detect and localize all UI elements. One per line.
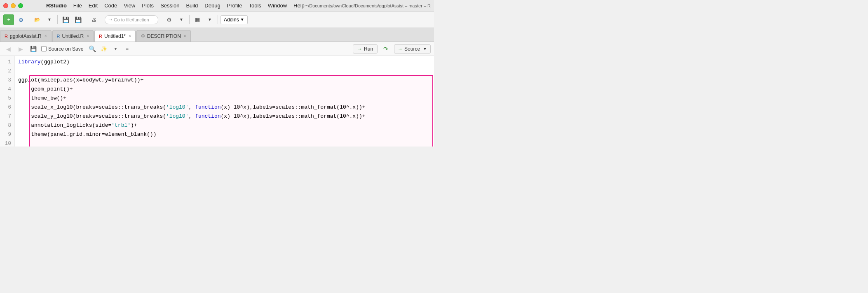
tab-close-ggplotassist[interactable]: × [45,34,47,38]
print-icon[interactable]: 🖨 [89,14,99,25]
separator-3 [86,15,86,24]
separator-6 [189,15,190,24]
source-arrow-icon: → [398,46,403,52]
source-on-save-label: Source on Save [48,46,83,52]
dropdown-icon[interactable]: ▼ [176,14,187,25]
open-file-icon[interactable]: 📂 [32,14,42,25]
tab-icon-untitled: R [57,34,60,39]
line-num-8: 8 [2,121,11,130]
code-line-9: theme(panel.grid.minor=element_blank()) [18,130,431,139]
editor-toolbar-right: → Run ↷ → Source ▼ [353,44,431,54]
addins-label: Addins [224,17,239,23]
tab-close-untitled[interactable]: × [87,34,89,38]
save-all-icon[interactable]: 💾 [73,14,83,25]
menu-bar: RStudio File Edit Code View Plots Sessio… [40,2,305,9]
menu-plots[interactable]: Plots [142,2,154,9]
line-num-7: 7 [2,112,11,121]
menu-session[interactable]: Session [160,2,179,9]
line-num-2: 2 [2,67,11,76]
tab-untitled[interactable]: R Untitled.R × [52,30,94,42]
menu-file[interactable]: File [73,2,82,9]
code-sections-icon[interactable]: ≡ [122,44,132,54]
code-editor[interactable]: 1 2 3 4 5 6 7 8 9 10 library(ggplot2) gg… [0,56,434,146]
source-on-save-control[interactable]: Source on Save [41,46,83,52]
minimize-button[interactable] [11,3,16,8]
source-dropdown-icon[interactable]: ▼ [423,47,427,51]
tab-label-untitled: Untitled.R [62,33,84,39]
menu-edit[interactable]: Edit [89,2,98,9]
separator-5 [161,15,161,24]
title-bar: RStudio File Edit Code View Plots Sessio… [0,0,434,12]
open-recent-icon[interactable]: ▼ [44,14,55,25]
separator-4 [102,15,102,24]
code-line-2 [18,67,431,76]
separator-2 [57,15,58,24]
menu-view[interactable]: View [124,2,135,9]
menu-window[interactable]: Window [268,2,287,9]
tab-close-untitled1[interactable]: × [129,34,131,38]
code-line-10 [18,139,431,146]
options-icon[interactable]: ⚙ [164,14,174,25]
code-line-7: scale_y_log10(breaks=scales::trans_break… [18,112,431,121]
menu-debug[interactable]: Debug [204,2,220,9]
tab-untitled1[interactable]: R Untitled1* × [94,30,136,42]
magic-wand-icon[interactable]: ✨ [99,44,109,54]
re-run-icon[interactable]: ↷ [381,44,391,54]
app-name[interactable]: RStudio [46,2,67,9]
code-line-4: geom_point()+ [18,85,431,94]
search-editor-icon[interactable]: 🔍 [87,44,97,54]
source-label: Source [404,46,420,52]
tab-label-untitled1: Untitled1* [104,33,126,39]
separator-7 [218,15,218,24]
tab-ggplotassist[interactable]: R ggplotAssist.R × [0,30,52,42]
new-file-button[interactable]: + [3,14,14,25]
search-placeholder: Go to file/function [114,17,149,22]
source-on-save-checkbox[interactable] [41,46,47,51]
editor-tabs: R ggplotAssist.R × R Untitled.R × R Unti… [0,28,434,42]
go-to-file-search[interactable]: ⇒ Go to file/function [105,15,158,24]
forward-button[interactable]: ▶ [16,44,26,54]
line-numbers: 1 2 3 4 5 6 7 8 9 10 [0,56,15,146]
window-path: ~/Documents/ownCloud/Documents/ggplotAss… [305,3,431,8]
menu-tools[interactable]: Tools [249,2,261,9]
code-line-8: annotation_logticks(side='trbl')+ [18,121,431,130]
tab-icon-ggplotassist: R [5,34,8,39]
tab-description[interactable]: ⚙ DESCRIPTION × [136,30,191,42]
line-num-1: 1 [2,58,11,67]
menu-help[interactable]: Help [293,2,305,9]
line-num-5: 5 [2,94,11,103]
tab-close-description[interactable]: × [184,34,186,38]
line-num-6: 6 [2,103,11,112]
save-icon[interactable]: 💾 [60,14,71,25]
code-line-5: theme_bw()+ [18,94,431,103]
tab-icon-untitled1: R [99,34,102,39]
magic-wand-dropdown[interactable]: ▼ [110,44,120,54]
back-button[interactable]: ◀ [3,44,13,54]
menu-code[interactable]: Code [104,2,117,9]
grid-dropdown[interactable]: ▼ [204,14,215,25]
traffic-lights [3,3,23,8]
new-project-icon[interactable]: ⊕ [16,14,26,25]
addins-dropdown-icon: ▼ [240,17,244,22]
run-arrow-icon: → [357,46,362,52]
code-editor-container: 1 2 3 4 5 6 7 8 9 10 library(ggplot2) gg… [0,56,434,146]
maximize-button[interactable] [18,3,23,8]
tab-label-ggplotassist: ggplotAssist.R [10,33,42,39]
code-content[interactable]: library(ggplot2) ggplot(msleep,aes(x=bod… [15,56,434,146]
source-button[interactable]: → Source ▼ [394,44,431,53]
line-num-3: 3 [2,76,11,85]
line-num-10: 10 [2,139,11,146]
arrow-icon: ⇒ [108,17,112,22]
menu-profile[interactable]: Profile [227,2,242,9]
addins-button[interactable]: Addins ▼ [221,15,248,24]
code-line-3: ggplot(msleep,aes(x=bodywt,y=brainwt))+ [18,76,431,85]
save-editor-icon[interactable]: 💾 [28,44,39,54]
separator-1 [29,15,29,24]
editor-toolbar: ◀ ▶ 💾 Source on Save 🔍 ✨ ▼ ≡ → Run ↷ → S… [0,42,434,56]
grid-icon[interactable]: ▦ [192,14,203,25]
main-toolbar: + ⊕ 📂 ▼ 💾 💾 🖨 ⇒ Go to file/function ⚙ ▼ … [0,12,434,28]
close-button[interactable] [3,3,8,8]
menu-build[interactable]: Build [186,2,198,9]
tab-icon-description: ⚙ [141,33,145,39]
run-button[interactable]: → Run [353,44,378,53]
